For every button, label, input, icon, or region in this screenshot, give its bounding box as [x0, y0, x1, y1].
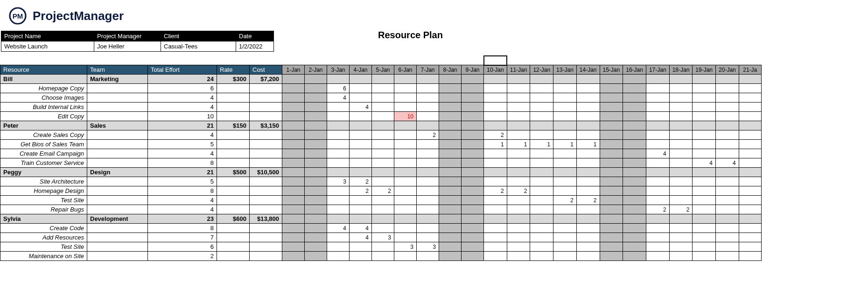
date-cell[interactable] — [623, 224, 646, 233]
task-team-cell[interactable] — [87, 140, 148, 149]
task-name[interactable]: Repair Bugs — [0, 205, 87, 214]
date-cell[interactable] — [439, 112, 462, 121]
date-cell[interactable] — [530, 158, 553, 168]
date-cell[interactable] — [350, 149, 372, 158]
date-cell[interactable] — [623, 177, 646, 186]
date-cell[interactable] — [646, 168, 669, 177]
date-cell[interactable] — [462, 103, 484, 112]
task-team-cell[interactable] — [87, 242, 148, 252]
date-cell[interactable] — [669, 112, 693, 121]
date-cell[interactable] — [530, 242, 553, 252]
date-cell[interactable] — [394, 177, 417, 186]
date-cell[interactable] — [530, 168, 553, 177]
date-cell[interactable] — [576, 121, 600, 130]
date-cell[interactable] — [530, 233, 553, 242]
task-row[interactable]: Homepage Design82222 — [0, 186, 762, 196]
task-cost-cell[interactable] — [250, 233, 282, 242]
date-cell[interactable] — [530, 93, 553, 103]
date-cell[interactable] — [669, 214, 693, 224]
resource-name[interactable]: Peter — [0, 121, 87, 130]
date-cell[interactable] — [372, 84, 394, 93]
date-cell[interactable] — [282, 158, 305, 168]
task-name[interactable]: Test Site — [0, 242, 87, 252]
date-cell[interactable] — [350, 112, 372, 121]
date-cell[interactable] — [484, 93, 507, 103]
date-cell[interactable] — [417, 186, 439, 196]
date-cell[interactable] — [646, 233, 669, 242]
date-cell[interactable] — [372, 121, 394, 130]
date-cell[interactable] — [327, 103, 350, 112]
date-cell[interactable] — [553, 112, 577, 121]
date-cell[interactable] — [305, 186, 327, 196]
task-rate-cell[interactable] — [217, 224, 250, 233]
date-cell[interactable]: 2 — [646, 205, 669, 214]
col-header-date[interactable]: 5-Jan — [372, 65, 394, 75]
date-cell[interactable] — [739, 196, 761, 205]
date-cell[interactable] — [305, 168, 327, 177]
date-cell[interactable] — [439, 233, 462, 242]
task-effort[interactable]: 7 — [148, 233, 217, 242]
task-row[interactable]: Train Customer Service844 — [0, 158, 762, 168]
date-cell[interactable] — [693, 233, 716, 242]
date-cell[interactable] — [282, 93, 305, 103]
date-cell[interactable] — [305, 158, 327, 168]
task-rate-cell[interactable] — [217, 233, 250, 242]
date-cell[interactable] — [282, 149, 305, 158]
date-cell[interactable] — [530, 103, 553, 112]
date-cell[interactable] — [417, 84, 439, 93]
date-cell[interactable] — [623, 93, 646, 103]
date-cell[interactable] — [282, 224, 305, 233]
date-cell[interactable] — [327, 168, 350, 177]
meta-value-date[interactable]: 1/2/2022 — [236, 41, 274, 52]
date-cell[interactable] — [507, 177, 530, 186]
date-cell[interactable] — [417, 149, 439, 158]
task-name[interactable]: Train Customer Service — [0, 158, 87, 168]
date-cell[interactable] — [693, 168, 716, 177]
task-team-cell[interactable] — [87, 130, 148, 140]
col-header-date[interactable]: 6-Jan — [394, 65, 417, 75]
date-cell[interactable] — [282, 242, 305, 252]
task-row[interactable]: Create Email Campaign44 — [0, 149, 762, 158]
date-cell[interactable] — [739, 224, 761, 233]
date-cell[interactable] — [669, 75, 693, 84]
date-cell[interactable] — [739, 252, 761, 261]
date-cell[interactable] — [576, 103, 600, 112]
date-cell[interactable] — [693, 93, 716, 103]
date-cell[interactable] — [305, 214, 327, 224]
date-cell[interactable]: 10 — [394, 112, 417, 121]
date-cell[interactable] — [530, 75, 553, 84]
date-cell[interactable] — [439, 140, 462, 149]
col-header-date[interactable]: 7-Jan — [417, 65, 439, 75]
date-cell[interactable] — [484, 205, 507, 214]
date-cell[interactable] — [530, 149, 553, 158]
date-cell[interactable] — [327, 112, 350, 121]
date-cell[interactable] — [623, 103, 646, 112]
task-cost-cell[interactable] — [250, 103, 282, 112]
date-cell[interactable] — [350, 75, 372, 84]
date-cell[interactable] — [439, 93, 462, 103]
date-cell[interactable] — [305, 224, 327, 233]
task-name[interactable]: Test Site — [0, 196, 87, 205]
date-cell[interactable] — [462, 130, 484, 140]
date-cell[interactable] — [439, 158, 462, 168]
date-cell[interactable] — [305, 242, 327, 252]
resource-rate[interactable]: $600 — [217, 214, 250, 224]
date-cell[interactable]: 2 — [669, 205, 693, 214]
date-cell[interactable] — [462, 224, 484, 233]
date-cell[interactable]: 2 — [576, 196, 600, 205]
col-header-date[interactable]: 16-Jan — [623, 65, 646, 75]
date-cell[interactable] — [394, 130, 417, 140]
date-cell[interactable]: 2 — [372, 186, 394, 196]
date-cell[interactable] — [327, 149, 350, 158]
date-cell[interactable] — [282, 121, 305, 130]
date-cell[interactable] — [600, 149, 623, 158]
task-effort[interactable]: 4 — [148, 103, 217, 112]
date-cell[interactable]: 2 — [484, 186, 507, 196]
date-cell[interactable] — [327, 242, 350, 252]
resource-cost[interactable]: $13,800 — [250, 214, 282, 224]
date-cell[interactable] — [693, 196, 716, 205]
date-cell[interactable] — [394, 140, 417, 149]
date-cell[interactable] — [669, 93, 693, 103]
date-cell[interactable] — [439, 177, 462, 186]
date-cell[interactable] — [716, 93, 739, 103]
